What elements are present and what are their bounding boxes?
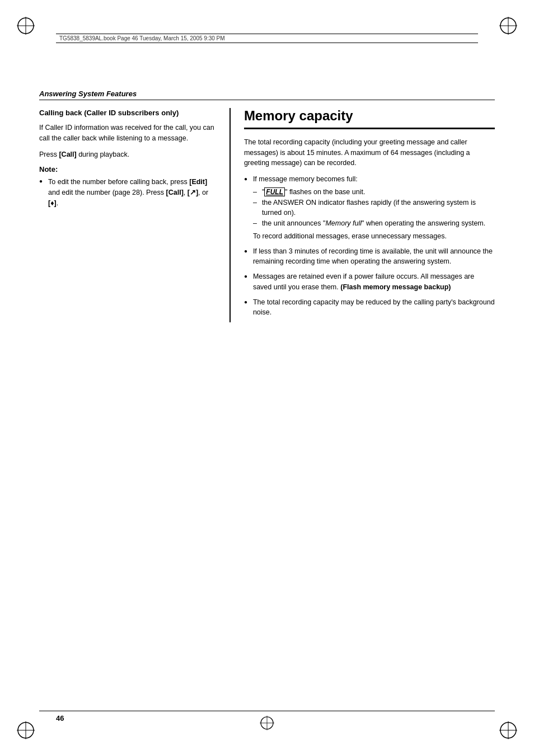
intro-text: If Caller ID information was received fo… xyxy=(39,123,216,144)
right-bullets-list: If message memory becomes full: "FULL" f… xyxy=(244,174,495,318)
bullet-memory-full: If message memory becomes full: "FULL" f… xyxy=(244,174,495,242)
right-intro-text: The total recording capacity (including … xyxy=(244,137,495,168)
edit-key: [Edit] xyxy=(189,178,207,186)
sub-bullet-1-3: the unit announces "Memory full" when op… xyxy=(253,218,495,229)
full-indicator: FULL xyxy=(264,187,285,196)
sub-bullet-1-1: "FULL" flashes on the base unit. xyxy=(253,187,495,198)
call-key2: [Call] xyxy=(166,189,184,196)
flash-memory-label: (Flash memory message backup) xyxy=(340,283,451,291)
bullet-3-main: Messages are retained even if a power fa… xyxy=(253,273,474,291)
memory-full-phrase: Memory full xyxy=(325,219,362,227)
bottom-rule xyxy=(39,711,495,711)
right-column: Memory capacity The total recording capa… xyxy=(231,108,495,322)
bullet-1-main: If message memory becomes full: xyxy=(253,175,358,183)
note-bullet-item: To edit the number before calling back, … xyxy=(39,177,216,208)
bullet-recording-capacity: The total recording capacity may be redu… xyxy=(244,297,495,318)
meta-bar: TG5838_5839AL.book Page 46 Tuesday, Marc… xyxy=(56,34,478,43)
corner-mark-br xyxy=(498,720,518,740)
note-label: Note: xyxy=(39,165,216,173)
meta-text: TG5838_5839AL.book Page 46 Tuesday, Marc… xyxy=(59,35,225,41)
page-title: Memory capacity xyxy=(244,108,495,129)
handset-key: [↗] xyxy=(188,189,198,196)
corner-mark-tr xyxy=(498,16,518,36)
corner-mark-bl xyxy=(16,720,36,740)
page: TG5838_5839AL.book Page 46 Tuesday, Marc… xyxy=(0,0,534,756)
page-number: 46 xyxy=(56,714,64,722)
section-heading: Answering System Features xyxy=(39,90,495,100)
press-text: Press [Call] during playback. xyxy=(39,149,216,160)
bullet-flash-memory: Messages are retained even if a power fa… xyxy=(244,271,495,293)
erase-text: To record additional messages, erase unn… xyxy=(253,232,447,240)
left-column: Calling back (Caller ID subscribers only… xyxy=(39,108,231,322)
note-bullets: To edit the number before calling back, … xyxy=(39,177,216,208)
call-key: [Call] xyxy=(59,151,76,158)
subsection-title: Calling back (Caller ID subscribers only… xyxy=(39,108,216,118)
bullet-4-main: The total recording capacity may be redu… xyxy=(253,298,495,317)
sub-bullet-1-2: the ANSWER ON indicator flashes rapidly … xyxy=(253,198,495,219)
sub-bullets-1: "FULL" flashes on the base unit. the ANS… xyxy=(253,187,495,229)
bullet-2-main: If less than 3 minutes of recording time… xyxy=(253,247,493,266)
speaker-key: [♦] xyxy=(48,199,57,207)
corner-mark-tl xyxy=(16,16,36,36)
bottom-center-mark xyxy=(259,715,275,732)
bullet-3-minutes: If less than 3 minutes of recording time… xyxy=(244,246,495,267)
content-columns: Calling back (Caller ID subscribers only… xyxy=(39,108,495,322)
